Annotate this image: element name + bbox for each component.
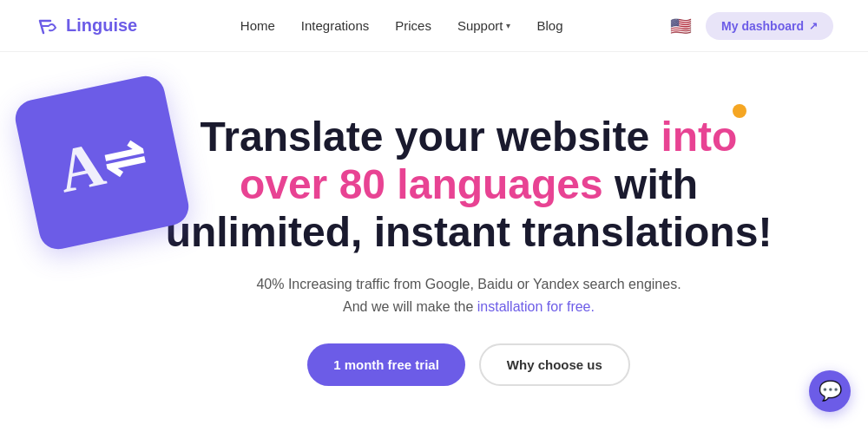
decorative-orange-dot (733, 104, 746, 118)
nav-right: 🇺🇸 My dashboard ↗ (666, 11, 833, 41)
logo-icon (35, 14, 59, 38)
logo-text: Linguise (66, 16, 137, 36)
free-trial-button[interactable]: 1 month free trial (307, 343, 465, 386)
dashboard-button[interactable]: My dashboard ↗ (706, 12, 833, 40)
chevron-down-icon: ▾ (506, 21, 510, 30)
hero-title: Translate your website into over 80 lang… (165, 113, 773, 257)
hero-buttons: 1 month free trial Why choose us (165, 343, 773, 386)
external-link-icon: ↗ (809, 20, 818, 32)
hero-content: Translate your website into over 80 lang… (165, 113, 773, 387)
nav-integrations[interactable]: Integrations (301, 18, 369, 34)
nav-prices[interactable]: Prices (395, 18, 431, 34)
nav-support[interactable]: Support ▾ (457, 18, 511, 33)
installation-link[interactable]: installation for free. (477, 299, 595, 314)
nav-blog[interactable]: Blog (536, 18, 562, 34)
why-choose-us-button[interactable]: Why choose us (479, 343, 630, 386)
chat-bubble-button[interactable]: 💬 (809, 370, 851, 412)
hero-section: A ⇌ Translate your website into over 80 … (0, 52, 868, 438)
nav-home[interactable]: Home (240, 18, 275, 34)
logo[interactable]: Linguise (35, 14, 137, 38)
translate-card: A ⇌ (12, 73, 193, 253)
hero-illustration: A ⇌ (17, 69, 191, 260)
chat-icon: 💬 (819, 380, 842, 402)
translate-symbol: A ⇌ (53, 123, 152, 202)
hero-subtitle: 40% Increasing traffic from Google, Baid… (165, 273, 773, 317)
language-flag-button[interactable]: 🇺🇸 (666, 11, 695, 41)
